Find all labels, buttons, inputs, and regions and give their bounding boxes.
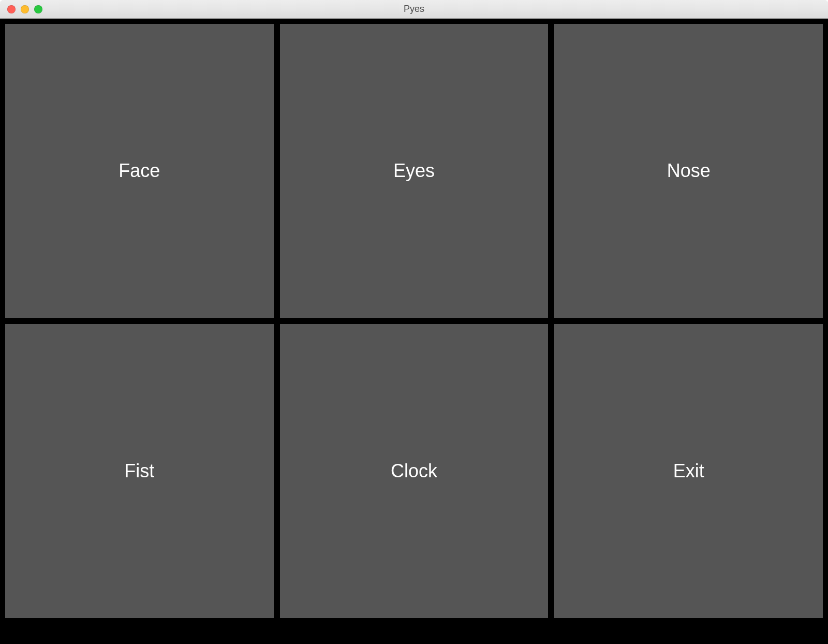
tile-label: Nose (667, 160, 711, 182)
tile-face[interactable]: Face (5, 24, 274, 318)
tile-label: Eyes (393, 160, 435, 182)
close-icon[interactable] (7, 5, 16, 13)
tile-exit[interactable]: Exit (554, 324, 823, 618)
tile-label: Exit (673, 460, 704, 482)
window-title: Pyes (0, 4, 828, 14)
tile-grid: Face Eyes Nose Fist Clock Exit (0, 19, 828, 644)
tile-fist[interactable]: Fist (5, 324, 274, 618)
tile-clock[interactable]: Clock (280, 324, 549, 618)
tile-label: Fist (124, 460, 154, 482)
minimize-icon[interactable] (21, 5, 29, 13)
tile-eyes[interactable]: Eyes (280, 24, 549, 318)
maximize-icon[interactable] (34, 5, 42, 13)
tile-nose[interactable]: Nose (554, 24, 823, 318)
window-controls (0, 5, 42, 13)
tile-label: Clock (391, 460, 437, 482)
titlebar[interactable]: Pyes (0, 0, 828, 19)
app-window: Pyes Face Eyes Nose Fist Clock Exit (0, 0, 828, 644)
tile-label: Face (119, 160, 160, 182)
